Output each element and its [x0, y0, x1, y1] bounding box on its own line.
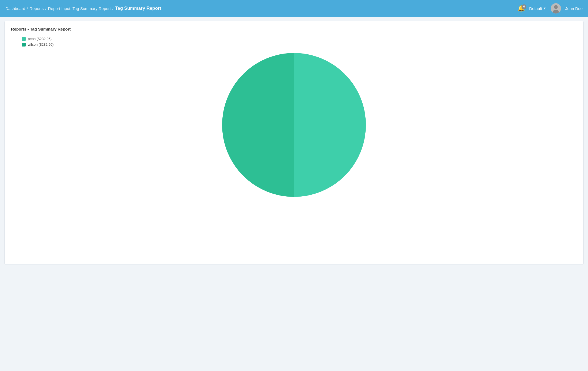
chart-container [11, 49, 577, 201]
header-right: 🔔 0 Default ▼ John Doe [517, 3, 583, 14]
report-section-title: Reports - Tag Summary Report [11, 27, 577, 31]
dropdown-label: Default [529, 6, 542, 11]
pie-chart [218, 49, 370, 201]
breadcrumb-sep-1: / [27, 6, 28, 11]
avatar[interactable] [551, 3, 561, 14]
breadcrumb-sep-2: / [45, 6, 46, 11]
breadcrumb: Dashboard / Reports / Report Input: Tag … [5, 6, 161, 11]
legend-color-wilson [22, 43, 26, 47]
legend-item-wilson: wilson ($232.96) [22, 42, 577, 47]
legend-label-wilson: wilson ($232.96) [28, 42, 54, 47]
legend-item-penn: penn ($232.96) [22, 37, 577, 41]
main-content: Reports - Tag Summary Report penn ($232.… [0, 17, 588, 269]
report-card: Reports - Tag Summary Report penn ($232.… [4, 21, 584, 264]
chevron-down-icon: ▼ [543, 6, 546, 10]
chart-legend: penn ($232.96) wilson ($232.96) [22, 37, 577, 47]
app-header: Dashboard / Reports / Report Input: Tag … [0, 0, 588, 17]
breadcrumb-dashboard[interactable]: Dashboard [5, 6, 25, 11]
breadcrumb-sep-3: / [112, 6, 113, 11]
notification-badge: 0 [522, 4, 526, 9]
svg-point-1 [554, 5, 558, 9]
default-dropdown-button[interactable]: Default ▼ [529, 6, 546, 11]
breadcrumb-reports[interactable]: Reports [29, 6, 44, 11]
legend-label-penn: penn ($232.96) [28, 37, 52, 41]
legend-color-penn [22, 37, 26, 41]
breadcrumb-report-input[interactable]: Report Input: Tag Summary Report [48, 6, 111, 11]
notification-button[interactable]: 🔔 0 [517, 5, 525, 11]
breadcrumb-current-page: Tag Summary Report [115, 6, 161, 11]
user-name: John Doe [565, 6, 583, 11]
